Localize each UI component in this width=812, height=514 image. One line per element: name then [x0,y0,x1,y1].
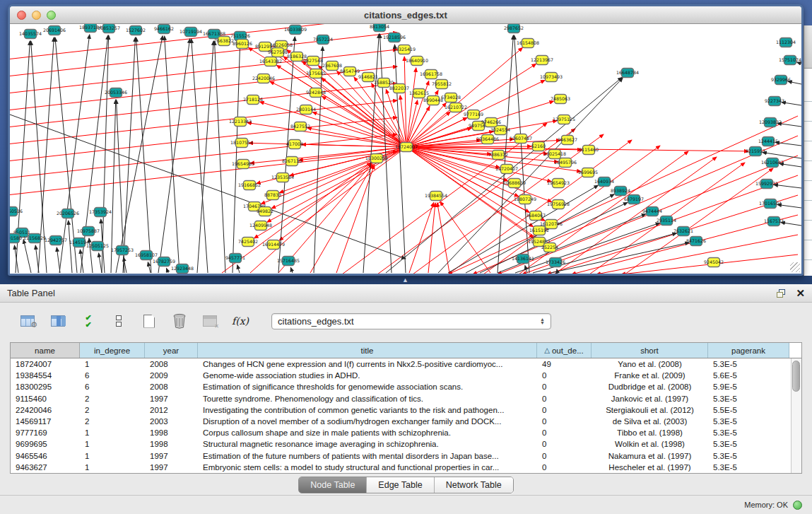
table-cell-short[interactable]: Dudbridge et al. (2008) [592,382,708,391]
table-cell-title[interactable]: Structural magnetic resonance image aver… [198,440,537,448]
graph-edge[interactable] [409,202,434,273]
graph-edge[interactable] [514,35,529,273]
show-columns-button[interactable] [49,312,67,330]
graph-node[interactable]: 3175685 [306,69,326,78]
table-cell-out_degree[interactable]: 0 [537,395,592,403]
graph-node[interactable]: 22420046 [252,74,275,83]
graph-node[interactable]: 15992971 [755,180,778,189]
graph-edge[interactable] [158,39,190,273]
graph-node[interactable]: 252254 [541,243,558,252]
graph-node[interactable]: 9457771 [225,254,245,263]
graph-node[interactable]: 8938924 [611,187,630,196]
tab-node-table[interactable]: Node Table [299,477,366,493]
graph-node[interactable]: 8454749 [340,67,360,76]
table-cell-title[interactable]: Disruption of a novel member of a sodium… [198,417,537,426]
graph-node[interactable]: 12213967 [531,56,553,65]
table-selector-dropdown[interactable]: citations_edges.txt ▲▼ [271,313,551,329]
table-cell-in_degree[interactable]: 1 [80,463,145,472]
graph-node[interactable]: 20206526 [57,209,79,218]
graph-edge[interactable] [394,45,406,273]
graph-node[interactable]: 7955812 [432,80,452,89]
graph-node[interactable]: 1640934 [594,177,614,187]
table-row[interactable]: 977716911998Corpus callosum shape and si… [11,427,801,438]
tab-network-table[interactable]: Network Table [434,477,513,493]
table-cell-in_degree[interactable]: 1 [80,428,145,437]
table-cell-in_degree[interactable]: 2 [80,417,145,426]
table-cell-title[interactable]: Changes of HCN gene expression and I(f) … [198,360,537,368]
graph-node[interactable]: 10719194 [180,28,202,37]
table-cell-in_degree[interactable]: 1 [80,440,145,448]
table-cell-short[interactable]: Wolkin et al. (1998) [592,440,708,448]
graph-node[interactable]: 7485063 [551,95,570,104]
graph-node[interactable]: 16154808 [517,39,539,48]
graph-node[interactable]: 1733426 [546,258,565,267]
table-row[interactable]: 911546021997Tourette syndrome. Phenomeno… [11,393,801,404]
graph-node[interactable]: 20691406 [43,26,66,35]
graph-node[interactable]: 8471626 [686,237,706,246]
graph-edge[interactable] [781,223,801,226]
graph-node[interactable]: 18495796 [554,158,577,168]
table-cell-pagerank[interactable]: 5.9E-5 [708,382,789,391]
graph-node[interactable]: 7425402 [238,238,258,247]
graph-node[interactable]: 17016504 [759,199,782,209]
graph-edge[interactable] [406,103,446,147]
graph-edge[interactable] [10,66,397,110]
table-cell-year[interactable]: 2009 [145,371,198,380]
table-cell-pagerank[interactable]: 5.5E-5 [708,406,789,414]
graph-node[interactable]: 9466162 [154,25,174,34]
graph-node[interactable]: 7663822 [214,37,234,46]
graph-node[interactable]: 12093832 [759,118,782,127]
graph-node[interactable]: 8267130 [282,157,302,166]
graph-node[interactable]: 1112304 [776,38,796,47]
column-header-pagerank[interactable]: pagerank [708,343,789,358]
graph-node[interactable]: 10853257 [98,24,120,33]
graph-edge[interactable] [69,221,72,273]
graph-node[interactable]: 9115460 [579,146,599,155]
graph-node[interactable]: 2718126 [243,95,263,105]
tab-edge-table[interactable]: Edge Table [366,477,433,493]
table-cell-out_degree[interactable]: 0 [537,452,592,460]
table-cell-title[interactable]: Estimation of significance thresholds fo… [198,382,537,391]
table-cell-pagerank[interactable]: 5.3E-5 [708,360,789,368]
table-cell-name[interactable]: 9777169 [11,428,80,437]
graph-node[interactable]: 417004 [286,140,303,149]
graph-edge[interactable] [148,262,151,273]
graph-node[interactable]: 1244415 [758,137,778,146]
graph-edge[interactable] [551,243,689,273]
graph-node[interactable]: 19166852 [238,181,261,190]
table-cell-short[interactable]: Franke et al. (2009) [592,371,708,380]
graph-node[interactable]: 1527602 [126,26,146,35]
memory-status-led[interactable] [793,501,802,510]
graph-node[interactable]: 15720407 [495,165,518,174]
graph-node[interactable]: 16648784 [616,69,639,78]
column-header-title[interactable]: title [198,343,537,358]
delete-table-button[interactable] [201,312,219,330]
graph-node[interactable]: 12409948 [249,221,272,230]
table-cell-in_degree[interactable]: 1 [80,360,145,368]
column-header-out-degree[interactable]: △ out_de... [537,343,592,358]
graph-node[interactable]: 18807249 [514,195,536,204]
table-cell-out_degree[interactable]: 0 [537,417,592,426]
citation-graph[interactable]: 1403557420691406189371841085325715276029… [10,24,801,274]
graph-node[interactable]: 7857224 [313,35,333,45]
graph-node[interactable]: 12353584 [271,173,294,182]
graph-node[interactable]: 9474444 [642,207,662,216]
graph-edge[interactable] [23,240,31,273]
graph-node[interactable]: 12923448 [171,264,194,274]
graph-node[interactable]: 10975887 [77,227,100,236]
graph-node[interactable]: 18107554 [230,139,253,148]
function-builder-button[interactable]: f(x) [231,312,249,330]
graph-node[interactable]: 12975125 [553,115,575,124]
graph-edge[interactable] [406,147,748,151]
graph-edge[interactable] [102,35,109,273]
graph-node[interactable]: 19756928 [547,200,570,209]
graph-node[interactable]: 2367608 [322,62,342,71]
graph-edge[interactable] [165,36,180,273]
table-cell-pagerank[interactable]: 5.3E-5 [708,395,789,403]
table-row[interactable]: 1456911722003Disruption of a novel membe… [11,416,801,427]
table-cell-year[interactable]: 1998 [145,428,198,437]
table-cell-year[interactable]: 2012 [145,406,198,414]
table-row[interactable]: 946362711997Embryonic stem cells: a mode… [11,462,801,473]
table-cell-out_degree[interactable]: 0 [537,428,592,437]
graph-node[interactable]: 10688639 [503,179,526,188]
